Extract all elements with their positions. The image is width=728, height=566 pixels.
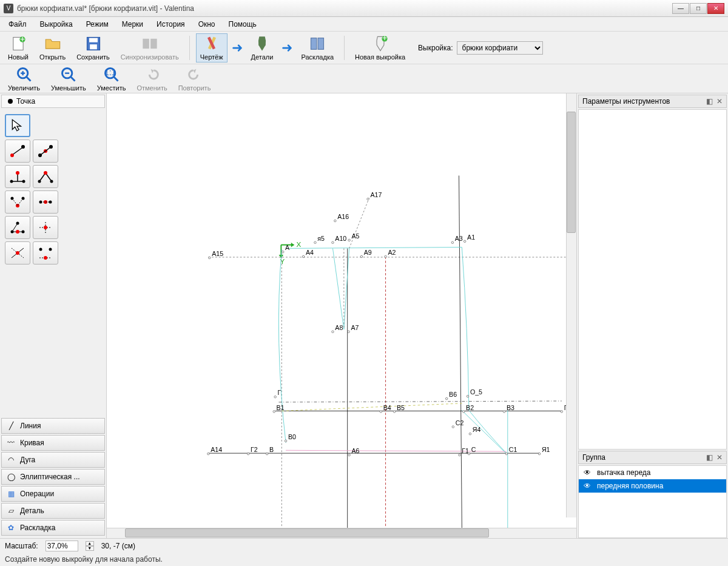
- svg-text:Г2: Г2: [251, 446, 258, 453]
- open-button[interactable]: Открыть: [35, 33, 70, 62]
- tool-point-alongline[interactable]: [33, 140, 58, 163]
- svg-point-125: [463, 411, 465, 413]
- draft-mode-button[interactable]: Чертёж: [196, 33, 228, 62]
- window-title: брюки корфиати.val* [брюки корфиати.vit]…: [17, 4, 194, 13]
- new-pattern-button[interactable]: + Новая выкройка: [351, 33, 410, 62]
- svg-line-76: [459, 175, 462, 528]
- zoom-in-icon: [16, 66, 33, 83]
- svg-text:В2: В2: [466, 404, 474, 411]
- undock-icon[interactable]: ◧: [706, 97, 713, 106]
- category-curve[interactable]: 〰Кривая: [1, 435, 105, 451]
- redo-button[interactable]: Повторить: [174, 64, 215, 93]
- svg-point-109: [209, 257, 211, 258]
- category-arc[interactable]: ◠Дуга: [1, 452, 105, 468]
- svg-text:1:1: 1:1: [104, 67, 116, 77]
- drawing-svg: XY: [107, 93, 576, 528]
- svg-point-64: [49, 248, 52, 251]
- menu-mode[interactable]: Режим: [80, 18, 115, 30]
- group-item[interactable]: 👁 вытачка переда: [579, 466, 726, 479]
- group-item[interactable]: 👁 передняя половина: [579, 479, 726, 493]
- layout-mode-button[interactable]: Раскладка: [297, 33, 338, 62]
- svg-point-34: [10, 180, 13, 183]
- close-panel-icon[interactable]: ✕: [716, 97, 723, 106]
- svg-point-38: [38, 180, 41, 183]
- horizontal-scrollbar[interactable]: [107, 528, 576, 538]
- tool-point-lineintersect[interactable]: [5, 241, 30, 264]
- svg-point-105: [463, 240, 465, 242]
- tools-tab-point[interactable]: Точка: [1, 95, 105, 108]
- pattern-dropdown[interactable]: брюки корфиати: [457, 41, 543, 55]
- svg-text:А6: А6: [351, 447, 359, 454]
- svg-text:А1: А1: [467, 234, 475, 241]
- params-panel-header[interactable]: Параметры инструментов ◧✕: [578, 95, 727, 108]
- svg-text:А10: А10: [335, 235, 346, 242]
- tool-point-height[interactable]: [33, 241, 58, 264]
- zoom-fit-button[interactable]: 1:1 Уместить: [93, 64, 130, 93]
- svg-rect-5: [90, 44, 97, 49]
- eye-icon[interactable]: 👁: [582, 482, 592, 490]
- zoom-out-button[interactable]: Уменьшить: [47, 64, 90, 93]
- menu-help[interactable]: Помощь: [223, 18, 263, 30]
- eye-icon[interactable]: 👁: [582, 468, 592, 477]
- tool-point-triangle[interactable]: [5, 216, 30, 239]
- svg-text:+: +: [382, 35, 386, 42]
- app-icon: V: [4, 4, 13, 13]
- tool-point-contact[interactable]: [33, 190, 58, 214]
- svg-text:О_5: О_5: [470, 388, 482, 396]
- svg-point-99: [334, 220, 336, 221]
- menu-measurements[interactable]: Мерки: [116, 18, 149, 30]
- menu-window[interactable]: Окно: [192, 18, 221, 30]
- svg-point-153: [538, 453, 540, 454]
- svg-point-133: [503, 411, 505, 413]
- tool-point-intersect[interactable]: [33, 216, 58, 239]
- svg-point-123: [445, 397, 447, 399]
- svg-point-143: [247, 453, 249, 454]
- svg-point-145: [266, 453, 268, 454]
- category-elliptical[interactable]: ◯Эллиптическая ...: [1, 469, 105, 485]
- minimize-button[interactable]: —: [672, 3, 689, 14]
- close-panel-icon[interactable]: ✕: [716, 453, 723, 462]
- sync-icon: [141, 35, 158, 52]
- undo-button[interactable]: Отменить: [132, 64, 171, 93]
- category-layout[interactable]: ✿Раскладка: [1, 520, 105, 536]
- zoom-in-button[interactable]: Увеличить: [4, 64, 44, 93]
- category-detail[interactable]: ▱Деталь: [1, 503, 105, 519]
- tool-point-endline[interactable]: [5, 140, 30, 163]
- svg-line-15: [26, 76, 30, 81]
- tool-arrow[interactable]: [5, 114, 30, 137]
- undock-icon[interactable]: ◧: [706, 453, 713, 462]
- group-panel-header[interactable]: Группа ◧✕: [578, 451, 727, 464]
- hintbar: Создайте новую выкройку для начала работ…: [0, 553, 728, 566]
- pattern-selector: Выкройка: брюки корфиати: [418, 41, 542, 55]
- menu-file[interactable]: Файл: [2, 18, 33, 30]
- zoom-fit-icon: 1:1: [103, 66, 120, 83]
- scale-label: Масштаб:: [5, 542, 38, 550]
- svg-point-137: [285, 440, 286, 442]
- new-button[interactable]: + Новый: [4, 33, 33, 62]
- menu-pattern[interactable]: Выкройка: [34, 18, 79, 30]
- svg-text:+: +: [20, 35, 25, 44]
- category-line[interactable]: ╱Линия: [1, 418, 105, 434]
- svg-point-135: [561, 411, 562, 413]
- svg-line-26: [13, 148, 22, 154]
- close-button[interactable]: ✕: [707, 3, 724, 14]
- drawing-canvas[interactable]: XY: [107, 93, 576, 528]
- svg-text:A: A: [285, 244, 290, 251]
- arc-icon: ◠: [7, 456, 15, 464]
- tool-point-normal[interactable]: [5, 165, 30, 188]
- menu-history[interactable]: История: [150, 18, 191, 30]
- category-operations[interactable]: ▦Операции: [1, 486, 105, 502]
- zoom-toolbar: Увеличить Уменьшить 1:1 Уместить Отменит…: [0, 64, 728, 93]
- maximize-button[interactable]: □: [690, 3, 707, 14]
- scale-spinner[interactable]: ▲▼: [86, 541, 94, 551]
- vertical-scrollbar[interactable]: [566, 93, 576, 517]
- save-button[interactable]: Сохранить: [72, 33, 114, 62]
- sync-button[interactable]: Синхронизировать: [116, 33, 183, 62]
- details-mode-button[interactable]: Детали: [247, 33, 278, 62]
- tool-point-shoulder[interactable]: [5, 190, 30, 214]
- statusbar: Масштаб: ▲▼ 30, -7 (см): [0, 538, 728, 553]
- tool-point-bisector[interactable]: [33, 165, 58, 188]
- svg-point-139: [348, 454, 350, 456]
- scale-input[interactable]: [46, 541, 78, 551]
- svg-point-151: [505, 453, 507, 454]
